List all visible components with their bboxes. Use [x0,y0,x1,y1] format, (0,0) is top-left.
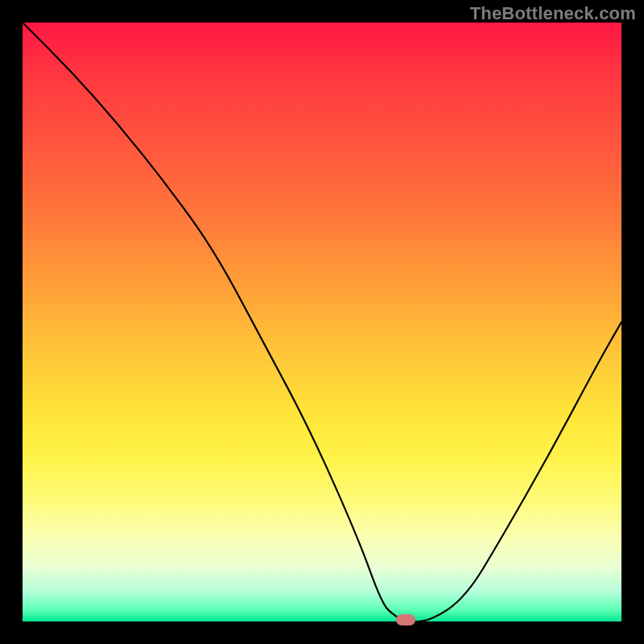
optimal-point-marker [396,614,415,625]
bottleneck-curve-path [23,23,621,621]
watermark-text: TheBottleneck.com [470,3,636,24]
chart-plot-area [23,23,621,621]
chart-frame: TheBottleneck.com [0,0,644,644]
bottleneck-curve [23,23,621,621]
